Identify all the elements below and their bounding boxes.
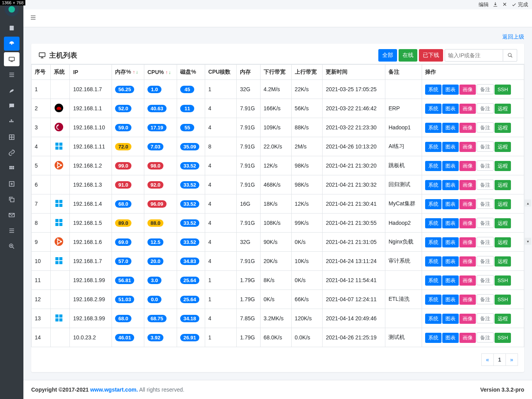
nav-doc-icon[interactable]	[4, 21, 20, 35]
nav-copy-icon[interactable]	[4, 192, 20, 207]
nav-mail-icon[interactable]	[4, 208, 20, 222]
action-system-button[interactable]: 系统	[425, 104, 442, 114]
action-chart-button[interactable]: 图表	[442, 85, 459, 95]
action-remote-button[interactable]: 远程	[495, 199, 511, 209]
filter-all-button[interactable]: 全部	[378, 49, 397, 62]
action-image-button[interactable]: 画像	[459, 85, 476, 95]
nav-hosts-icon[interactable]	[4, 52, 20, 66]
action-chart-button[interactable]: 图表	[442, 161, 459, 171]
action-chart-button[interactable]: 图表	[442, 275, 459, 286]
action-system-button[interactable]: 系统	[425, 275, 442, 286]
filter-offline-button[interactable]: 已下线	[419, 49, 443, 62]
action-system-button[interactable]: 系统	[425, 85, 442, 95]
action-remote-button[interactable]: SSH	[495, 85, 511, 95]
footer-link[interactable]: www.wgstart.com.	[90, 387, 138, 393]
action-image-button[interactable]: 画像	[459, 256, 476, 267]
action-image-button[interactable]: 画像	[459, 104, 476, 114]
action-remote-button[interactable]: 远程	[495, 104, 511, 114]
action-note-button[interactable]: 备注	[477, 84, 494, 94]
action-remote-button[interactable]: SSH	[495, 295, 511, 305]
action-image-button[interactable]: 画像	[459, 161, 476, 171]
action-chart-button[interactable]: 图表	[442, 295, 459, 305]
action-note-button[interactable]: 备注	[477, 256, 494, 266]
action-chart-button[interactable]: 图表	[442, 333, 459, 343]
return-link[interactable]: 返回上级	[502, 34, 524, 40]
page-next[interactable]: »	[505, 353, 518, 366]
search-button[interactable]	[503, 49, 517, 62]
action-note-button[interactable]: 备注	[477, 313, 494, 323]
action-system-button[interactable]: 系统	[425, 161, 442, 171]
edit-button[interactable]: 编辑	[479, 1, 489, 8]
action-system-button[interactable]: 系统	[425, 314, 442, 324]
action-note-button[interactable]: 备注	[477, 218, 494, 228]
action-system-button[interactable]: 系统	[425, 333, 442, 343]
action-remote-button[interactable]: 远程	[495, 218, 511, 228]
action-remote-button[interactable]: 远程	[495, 123, 511, 133]
scroll-up-icon[interactable]: ▴	[524, 200, 531, 207]
nav-grid-icon[interactable]	[4, 161, 20, 175]
action-note-button[interactable]: 备注	[477, 141, 494, 152]
nav-list-icon[interactable]	[4, 68, 20, 82]
action-chart-button[interactable]: 图表	[442, 218, 459, 228]
action-image-button[interactable]: 画像	[459, 333, 476, 343]
menu-toggle-icon[interactable]	[30, 14, 37, 22]
action-chart-button[interactable]: 图表	[442, 237, 459, 247]
action-remote-button[interactable]: SSH	[495, 275, 511, 286]
nav-dashboard-icon[interactable]	[4, 37, 20, 51]
nav-docker-icon[interactable]	[4, 115, 20, 129]
nav-chat-icon[interactable]	[4, 99, 20, 113]
scroll-down-icon[interactable]: ▾	[524, 238, 531, 245]
done-button[interactable]: 完成	[511, 1, 528, 8]
action-note-button[interactable]: 备注	[477, 180, 494, 190]
action-note-button[interactable]: 备注	[477, 199, 494, 209]
action-chart-button[interactable]: 图表	[442, 199, 459, 209]
action-system-button[interactable]: 系统	[425, 199, 442, 209]
search-input[interactable]	[445, 49, 503, 62]
action-system-button[interactable]: 系统	[425, 180, 442, 190]
action-image-button[interactable]: 画像	[459, 237, 476, 247]
nav-table-icon[interactable]	[4, 130, 20, 144]
action-note-button[interactable]: 备注	[477, 294, 494, 304]
action-remote-button[interactable]: 远程	[495, 180, 511, 190]
action-chart-button[interactable]: 图表	[442, 142, 459, 152]
action-note-button[interactable]: 备注	[477, 275, 494, 285]
action-image-button[interactable]: 画像	[459, 199, 476, 209]
action-image-button[interactable]: 画像	[459, 180, 476, 190]
action-system-button[interactable]: 系统	[425, 218, 442, 228]
action-system-button[interactable]: 系统	[425, 256, 442, 267]
action-image-button[interactable]: 画像	[459, 218, 476, 228]
action-chart-button[interactable]: 图表	[442, 123, 459, 133]
page-1[interactable]: 1	[493, 353, 506, 366]
nav-bars-icon[interactable]	[4, 224, 20, 238]
action-note-button[interactable]: 备注	[477, 122, 494, 132]
action-image-button[interactable]: 画像	[459, 295, 476, 305]
download-icon[interactable]	[493, 2, 498, 8]
action-remote-button[interactable]: 远程	[495, 256, 511, 267]
action-remote-button[interactable]: 远程	[495, 237, 511, 247]
action-remote-button[interactable]: SSH	[495, 333, 511, 343]
action-remote-button[interactable]: 远程	[495, 314, 511, 324]
action-note-button[interactable]: 备注	[477, 103, 494, 113]
action-system-button[interactable]: 系统	[425, 237, 442, 247]
nav-zoom-icon[interactable]	[4, 239, 20, 253]
action-system-button[interactable]: 系统	[425, 142, 442, 152]
nav-link-icon[interactable]	[4, 146, 20, 160]
page-prev[interactable]: «	[481, 353, 494, 366]
action-note-button[interactable]: 备注	[477, 237, 494, 247]
close-icon[interactable]	[502, 2, 507, 8]
filter-online-button[interactable]: 在线	[399, 49, 417, 62]
action-image-button[interactable]: 画像	[459, 123, 476, 133]
action-system-button[interactable]: 系统	[425, 123, 442, 133]
action-chart-button[interactable]: 图表	[442, 256, 459, 267]
col-cpu-pct[interactable]: CPU%↑↓	[144, 64, 177, 80]
nav-leaf-icon[interactable]	[4, 83, 20, 97]
action-remote-button[interactable]: 远程	[495, 161, 511, 171]
action-image-button[interactable]: 画像	[459, 275, 476, 286]
action-image-button[interactable]: 画像	[459, 314, 476, 324]
action-note-button[interactable]: 备注	[477, 332, 494, 343]
action-chart-button[interactable]: 图表	[442, 180, 459, 190]
nav-add-icon[interactable]	[4, 177, 20, 191]
action-chart-button[interactable]: 图表	[442, 104, 459, 114]
action-remote-button[interactable]: 远程	[495, 142, 511, 152]
col-mem-pct[interactable]: 内存%↑↓	[112, 64, 144, 80]
